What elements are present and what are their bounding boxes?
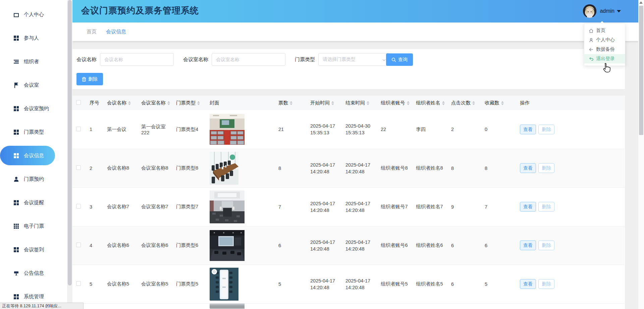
- col-ticket-type[interactable]: 门票类型: [172, 96, 206, 110]
- col-org-name[interactable]: 组织者姓名: [412, 96, 447, 110]
- sort-icon[interactable]: [367, 101, 369, 105]
- view-button[interactable]: 查看: [520, 163, 536, 173]
- row-checkbox[interactable]: [76, 127, 81, 131]
- sidebar-item-label: 会议信息: [24, 152, 44, 159]
- sidebar-item-organizers[interactable]: 组织者: [0, 50, 67, 73]
- sidebar-item-ticket-types[interactable]: 门票类型: [0, 120, 67, 144]
- col-operations: 操作: [516, 96, 625, 110]
- row-checkbox[interactable]: [76, 281, 81, 286]
- col-meeting-name[interactable]: 会议名称: [103, 96, 138, 110]
- room-name-input[interactable]: [212, 53, 285, 66]
- sort-icon[interactable]: [128, 101, 131, 105]
- col-room-name[interactable]: 会议室名称: [138, 96, 172, 110]
- search-button[interactable]: 查询: [386, 53, 413, 66]
- user-icon: [589, 38, 594, 43]
- sidebar-scrollbar-thumb[interactable]: [68, 0, 72, 285]
- col-favorites[interactable]: 收藏数: [481, 96, 516, 110]
- sidebar-item-e-tickets[interactable]: 电子门票: [0, 214, 67, 238]
- menu-item-data-backup[interactable]: 数据备份: [584, 45, 625, 54]
- cover-image[interactable]: [210, 114, 275, 145]
- sort-icon[interactable]: [442, 101, 445, 105]
- view-button[interactable]: 查看: [520, 279, 536, 289]
- cell-room-name: 第一会议室222: [138, 110, 172, 149]
- user-menu-trigger[interactable]: admin: [583, 3, 621, 19]
- cell-meeting-name: 会议名称8: [103, 149, 138, 187]
- menu-item-logout[interactable]: 退出登录: [584, 54, 625, 63]
- cell-start-time: 2025-04-1714:20:48: [307, 226, 342, 265]
- sidebar-item-room-booking[interactable]: 会议室预约: [0, 97, 67, 120]
- sidebar-item-participants[interactable]: 参与人: [0, 26, 67, 50]
- ticket-type-select[interactable]: 请选择门票类型: [318, 53, 390, 66]
- cell-org-account: 组织者账号7: [377, 187, 412, 226]
- col-org-account[interactable]: 组织者账号: [377, 96, 412, 110]
- row-delete-button[interactable]: 删除: [538, 163, 554, 173]
- sidebar-item-meeting-rooms[interactable]: 会议室: [0, 73, 67, 97]
- cell-org-name: 组织者姓名8: [412, 149, 447, 187]
- username[interactable]: admin: [600, 8, 614, 14]
- browser-status-bar: 正在等待 8.129.11.174 的响应...: [0, 303, 84, 309]
- col-end-time[interactable]: 结束时间: [342, 96, 377, 110]
- sort-icon[interactable]: [501, 101, 504, 105]
- row-delete-button[interactable]: 删除: [538, 125, 554, 134]
- menu-item-personal-center[interactable]: 个人中心: [584, 35, 625, 45]
- cover-image[interactable]: [210, 230, 275, 261]
- cell-meeting-name: 会议名称5: [103, 265, 138, 303]
- sidebar-item-meeting-reminder[interactable]: 会议提醒: [0, 191, 67, 214]
- nav-home[interactable]: 首页: [87, 29, 97, 35]
- sidebar-item-label: 公告信息: [24, 270, 44, 276]
- row-checkbox[interactable]: [76, 204, 81, 209]
- sidebar-item-label: 会议签到: [24, 247, 44, 253]
- meeting-name-label: 会议名称: [76, 56, 97, 63]
- grid-dense-icon: [13, 223, 19, 229]
- view-button[interactable]: 查看: [520, 125, 536, 134]
- col-count[interactable]: 票数: [275, 96, 307, 110]
- delete-button[interactable]: 删除: [76, 73, 103, 85]
- sort-icon[interactable]: [331, 101, 334, 105]
- row-checkbox[interactable]: [76, 242, 81, 247]
- row-delete-button[interactable]: 删除: [538, 279, 554, 289]
- mouse-cursor-hand: [601, 62, 612, 74]
- cell-favorites: 0: [481, 110, 516, 149]
- sort-icon[interactable]: [407, 101, 410, 105]
- view-button[interactable]: 查看: [520, 240, 536, 250]
- sort-icon[interactable]: [290, 101, 292, 105]
- sidebar-item-meeting-info[interactable]: 会议信息: [0, 146, 55, 165]
- cover-image[interactable]: [210, 152, 275, 185]
- sidebar-item-ticket-booking[interactable]: 门票预约: [0, 167, 67, 191]
- person-icon: [13, 176, 19, 182]
- cover-image[interactable]: [210, 268, 275, 301]
- row-delete-button[interactable]: 删除: [538, 202, 554, 212]
- sort-icon[interactable]: [197, 101, 200, 105]
- sidebar-item-announcements[interactable]: 公告信息: [0, 261, 67, 285]
- cell-start-time: 2025-04-1715:35:13: [307, 110, 342, 149]
- sidebar-item-meeting-checkin[interactable]: 会议签到: [0, 238, 67, 261]
- cover-image[interactable]: [210, 190, 275, 223]
- col-start-time[interactable]: 开始时间: [307, 96, 342, 110]
- row-delete-button[interactable]: 删除: [538, 240, 554, 250]
- row-checkbox[interactable]: [76, 165, 81, 170]
- cell-favorites: 6: [481, 226, 516, 265]
- avatar[interactable]: [583, 4, 596, 18]
- scroll-up-arrow-icon[interactable]: [639, 1, 643, 4]
- grid-icon: [13, 129, 19, 135]
- cell-org-account: 22: [377, 110, 412, 149]
- cell-clicks: 6: [447, 226, 481, 265]
- cell-clicks: 6: [447, 265, 481, 303]
- sort-icon[interactable]: [472, 101, 475, 105]
- grid-icon: [13, 153, 19, 159]
- select-all-checkbox[interactable]: [76, 100, 81, 105]
- cell-index: 4: [86, 226, 103, 265]
- menu-item-home[interactable]: 首页: [584, 26, 625, 35]
- sidebar-item-personal-center[interactable]: 个人中心: [0, 3, 67, 26]
- cell-org-account: 组织者账号5: [377, 265, 412, 303]
- scrollbar-thumb[interactable]: [639, 6, 643, 135]
- view-button[interactable]: 查看: [520, 202, 536, 212]
- sidebar-scrollbar[interactable]: [67, 0, 72, 309]
- col-clicks[interactable]: 点击次数: [447, 96, 481, 110]
- sidebar-item-label: 门票预约: [24, 176, 44, 182]
- meeting-name-input[interactable]: [100, 53, 174, 66]
- nav-meeting-info[interactable]: 会议信息: [106, 29, 126, 35]
- vertical-scrollbar[interactable]: [638, 0, 644, 309]
- table-row: 5 会议名称5 会议室名称5 门票类型5 5 2025-04-1714:20:4…: [72, 265, 625, 303]
- sort-icon[interactable]: [167, 101, 170, 105]
